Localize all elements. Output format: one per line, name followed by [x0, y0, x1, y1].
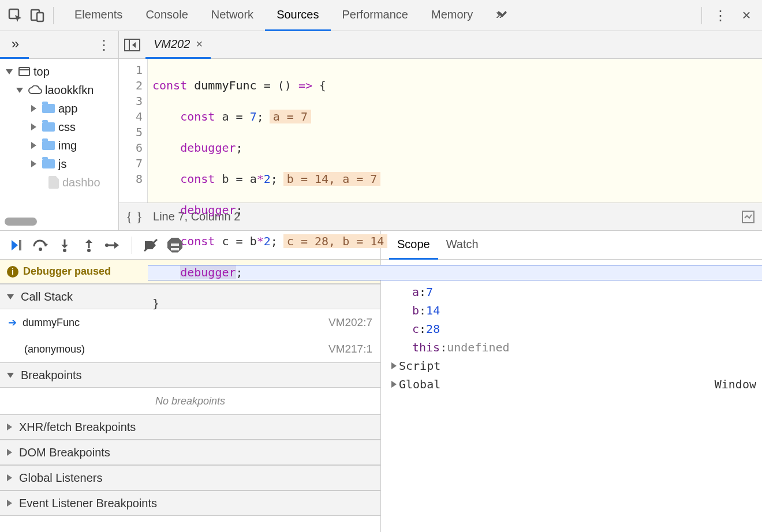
- code-body[interactable]: const dummyFunc = () => { const a = 7;a …: [148, 59, 762, 203]
- folder-icon: [42, 159, 55, 168]
- settings-kebab-icon[interactable]: ⋮: [710, 5, 732, 27]
- current-frame-icon: ➔: [8, 316, 17, 329]
- divider: [132, 237, 132, 254]
- tree-folder-js[interactable]: js: [58, 158, 66, 171]
- device-toolbar-icon[interactable]: [27, 5, 48, 27]
- editor-tab-vm202[interactable]: VM202 ×: [145, 31, 211, 59]
- folder-icon: [42, 122, 55, 132]
- tab-network[interactable]: Network: [200, 0, 265, 31]
- disclosure-open-icon: [7, 373, 14, 378]
- disclosure-closed-icon[interactable]: [31, 105, 36, 112]
- disclosure-closed-icon[interactable]: [31, 123, 36, 130]
- disclosure-closed-icon: [7, 500, 12, 507]
- pretty-print-icon[interactable]: { }: [126, 209, 143, 224]
- breakpoints-header[interactable]: Breakpoints: [0, 362, 380, 388]
- disclosure-closed-icon[interactable]: [31, 160, 36, 167]
- disclosure-closed-icon[interactable]: [391, 362, 397, 369]
- line-gutter: 12345678: [119, 59, 148, 203]
- svg-rect-6: [19, 240, 21, 250]
- resume-button[interactable]: [6, 235, 27, 256]
- step-button[interactable]: [103, 235, 124, 256]
- svg-point-13: [105, 243, 109, 247]
- tab-console[interactable]: Console: [134, 0, 199, 31]
- navigator-sidebar: » ⋮ top laookkfkn app css img js dashbo: [0, 31, 119, 230]
- disclosure-closed-icon[interactable]: [31, 142, 36, 149]
- paused-label: Debugger paused: [23, 265, 111, 278]
- svg-point-11: [87, 249, 91, 252]
- svg-point-9: [63, 249, 66, 252]
- disclosure-open-icon[interactable]: [6, 69, 13, 74]
- inline-value-hint: a = 7: [270, 110, 311, 123]
- step-out-button[interactable]: [79, 235, 99, 256]
- dom-breakpoints-header[interactable]: DOM Breakpoints: [0, 440, 380, 465]
- tab-memory[interactable]: Memory: [420, 0, 484, 31]
- event-listener-breakpoints-header[interactable]: Event Listener Breakpoints: [0, 490, 380, 516]
- svg-point-7: [39, 248, 42, 251]
- disclosure-open-icon[interactable]: [16, 88, 23, 93]
- navigator-menu-icon[interactable]: ⋮: [95, 37, 113, 53]
- devtools-main-tabbar: Elements Console Network Sources Perform…: [0, 0, 762, 31]
- folder-icon: [42, 104, 55, 113]
- tree-folder-app[interactable]: app: [58, 102, 77, 115]
- close-devtools-icon[interactable]: ×: [735, 5, 757, 27]
- tab-sources[interactable]: Sources: [265, 0, 330, 31]
- divider: [53, 7, 54, 24]
- no-breakpoints-label: No breakpoints: [0, 388, 380, 414]
- global-listeners-header[interactable]: Global Listeners: [0, 465, 380, 490]
- disclosure-closed-icon: [7, 449, 12, 456]
- disclosure-closed-icon: [7, 424, 12, 430]
- tree-host[interactable]: laookkfkn: [45, 84, 94, 97]
- tree-folder-css[interactable]: css: [58, 121, 76, 134]
- inline-value-hint: c = 28, b = 14: [283, 234, 388, 248]
- tab-elements[interactable]: Elements: [63, 0, 134, 31]
- inline-value-hint: b = 14, a = 7: [283, 172, 381, 186]
- navigator-tabs-overflow-icon[interactable]: »: [0, 31, 29, 59]
- step-over-button[interactable]: [30, 235, 51, 256]
- main-tabs: Elements Console Network Sources Perform…: [63, 0, 513, 31]
- divider: [701, 7, 702, 24]
- toggle-navigator-icon[interactable]: [119, 31, 145, 59]
- tabs-overflow-icon[interactable]: »: [484, 0, 513, 31]
- step-into-button[interactable]: [54, 235, 75, 256]
- tab-performance[interactable]: Performance: [331, 0, 420, 31]
- folder-icon: [42, 141, 55, 150]
- frame-icon: [18, 67, 30, 76]
- code-editor[interactable]: 12345678 const dummyFunc = () => { const…: [119, 59, 762, 203]
- horizontal-scrollbar[interactable]: [5, 218, 37, 226]
- tree-file-partial[interactable]: dashbo: [62, 176, 100, 189]
- editor-tab-title: VM202: [154, 38, 190, 51]
- disclosure-closed-icon: [7, 474, 12, 481]
- file-tree[interactable]: top laookkfkn app css img js dashbo: [0, 59, 118, 230]
- inspect-element-icon[interactable]: [5, 5, 27, 27]
- info-icon: i: [7, 266, 18, 278]
- file-icon: [48, 176, 59, 189]
- disclosure-closed-icon[interactable]: [391, 381, 397, 388]
- disclosure-open-icon: [7, 294, 14, 299]
- tree-folder-img[interactable]: img: [58, 139, 77, 152]
- close-tab-icon[interactable]: ×: [196, 38, 203, 51]
- cloud-icon: [28, 85, 43, 95]
- tree-frame-top[interactable]: top: [33, 65, 50, 78]
- svg-rect-2: [37, 13, 43, 21]
- editor-tabbar: VM202 ×: [119, 31, 762, 59]
- xhr-breakpoints-header[interactable]: XHR/fetch Breakpoints: [0, 414, 380, 440]
